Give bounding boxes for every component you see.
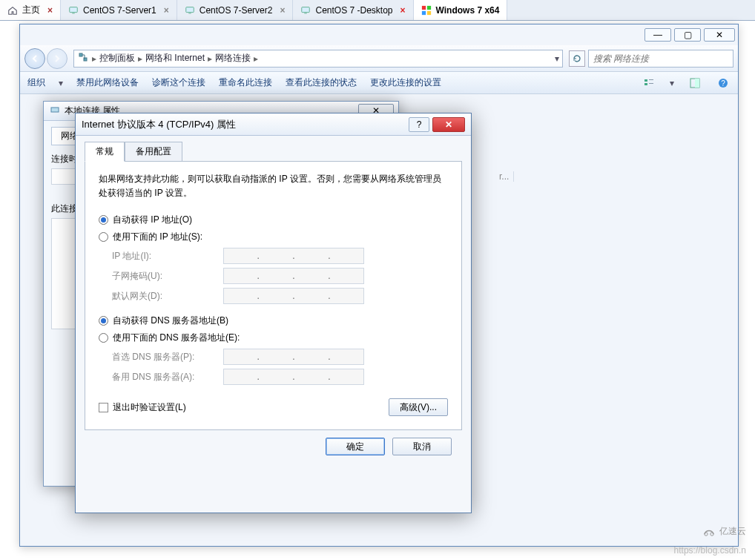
- address-bar[interactable]: ▸ 控制面板 ▸ 网络和 Internet ▸ 网络连接 ▸ ▾: [73, 50, 563, 67]
- label-mask: 子网掩码(U):: [112, 270, 223, 283]
- monitor-icon: [68, 5, 79, 16]
- tab-strip: 常规 备用配置: [85, 142, 462, 162]
- tab-desktop[interactable]: CentOS 7 -Desktop ×: [293, 0, 413, 20]
- svg-rect-0: [70, 7, 78, 12]
- dropdown-icon[interactable]: ▾: [555, 53, 559, 64]
- tab-panel-general: 如果网络支持此功能，则可以获取自动指派的 IP 设置。否则，您需要从网络系统管理…: [85, 161, 462, 430]
- tab-home-label: 主页: [22, 4, 40, 16]
- checkbox-validate-label: 退出时验证设置(L): [113, 401, 186, 414]
- svg-rect-15: [649, 83, 653, 84]
- input-gateway: ...: [223, 288, 364, 304]
- help-button[interactable]: ?: [409, 117, 429, 132]
- view-icon[interactable]: [642, 76, 656, 90]
- back-button[interactable]: [24, 48, 45, 69]
- svg-rect-9: [426, 10, 430, 14]
- svg-rect-2: [186, 7, 194, 12]
- brand-logo: 亿速云: [702, 525, 746, 538]
- radio-icon: [99, 316, 108, 326]
- description-text: 如果网络支持此功能，则可以获取自动指派的 IP 设置。否则，您需要从网络系统管理…: [99, 172, 448, 200]
- tab-alternate[interactable]: 备用配置: [125, 142, 182, 162]
- tab-server1[interactable]: CentOS 7-Server1 ×: [61, 0, 177, 20]
- tab-windows7[interactable]: Windows 7 x64: [414, 0, 508, 20]
- crumb-control-panel[interactable]: 控制面板: [99, 52, 135, 65]
- radio-icon: [99, 215, 108, 225]
- svg-rect-6: [421, 5, 425, 9]
- svg-rect-7: [426, 5, 430, 9]
- input-dns1: ...: [223, 349, 364, 365]
- radio-auto-dns[interactable]: 自动获得 DNS 服务器地址(B): [99, 314, 448, 327]
- forward-button[interactable]: [47, 48, 67, 69]
- explorer-nav: ▸ 控制面板 ▸ 网络和 Internet ▸ 网络连接 ▸ ▾: [20, 45, 738, 72]
- radio-manual-dns[interactable]: 使用下面的 DNS 服务器地址(E):: [99, 332, 448, 344]
- monitor-icon: [185, 5, 195, 16]
- toolbar-status[interactable]: 查看此连接的状态: [286, 76, 357, 89]
- vm-tab-strip: 主页 × CentOS 7-Server1 × CentOS 7-Server2…: [0, 0, 755, 21]
- monitor-icon: [300, 5, 311, 16]
- search-input[interactable]: [589, 53, 733, 64]
- chevron-right-icon: ▸: [92, 53, 96, 64]
- svg-rect-5: [305, 13, 308, 13]
- radio-auto-ip-label: 自动获得 IP 地址(O): [113, 214, 192, 226]
- radio-auto-ip[interactable]: 自动获得 IP 地址(O): [99, 214, 448, 226]
- advanced-button[interactable]: 高级(V)...: [389, 398, 448, 416]
- chevron-right-icon: ▸: [208, 53, 212, 64]
- maximize-button[interactable]: ▢: [674, 28, 701, 42]
- close-icon[interactable]: ×: [280, 5, 285, 16]
- svg-rect-10: [79, 53, 82, 56]
- radio-manual-ip[interactable]: 使用下面的 IP 地址(S):: [99, 231, 448, 243]
- svg-rect-1: [72, 13, 75, 13]
- explorer-toolbar: 组织▾ 禁用此网络设备 诊断这个连接 重命名此连接 查看此连接的状态 更改此连接…: [20, 72, 738, 94]
- svg-rect-8: [421, 10, 425, 14]
- checkbox-validate[interactable]: 退出时验证设置(L): [99, 401, 186, 414]
- toolbar-diagnose[interactable]: 诊断这个连接: [152, 76, 205, 89]
- close-icon[interactable]: ×: [164, 5, 169, 16]
- help-icon[interactable]: ?: [716, 76, 731, 90]
- toolbar-change[interactable]: 更改此连接的设置: [370, 76, 441, 89]
- tab-home[interactable]: 主页 ×: [0, 0, 61, 20]
- tab-desktop-label: CentOS 7 -Desktop: [315, 5, 392, 16]
- svg-rect-3: [188, 13, 191, 13]
- tab-server1-label: CentOS 7-Server1: [83, 5, 156, 16]
- radio-auto-dns-label: 自动获得 DNS 服务器地址(B): [113, 314, 228, 327]
- radio-icon: [99, 333, 108, 343]
- svg-text:?: ?: [721, 79, 725, 88]
- details-fragment: r...: [499, 171, 514, 182]
- windows-icon: [421, 5, 432, 16]
- toolbar-organize[interactable]: 组织: [27, 76, 45, 89]
- toolbar-disable[interactable]: 禁用此网络设备: [76, 76, 139, 89]
- checkbox-icon: [99, 403, 108, 412]
- close-button[interactable]: ✕: [704, 28, 735, 42]
- cancel-button[interactable]: 取消: [392, 438, 452, 455]
- close-icon[interactable]: ×: [400, 5, 406, 16]
- home-icon: [7, 5, 18, 16]
- label-gateway: 默认网关(D):: [112, 290, 223, 303]
- watermark-text: https://blog.csdn.n: [674, 545, 746, 556]
- crumb-network-internet[interactable]: 网络和 Internet: [145, 52, 205, 65]
- tcpipv4-properties-dialog: Internet 协议版本 4 (TCP/IPv4) 属性 ? ✕ 常规 备用配…: [75, 113, 472, 513]
- label-ip: IP 地址(I):: [112, 250, 223, 263]
- refresh-button[interactable]: [569, 50, 585, 67]
- preview-icon[interactable]: [688, 76, 702, 90]
- close-icon[interactable]: ×: [47, 5, 53, 16]
- radio-manual-dns-label: 使用下面的 DNS 服务器地址(E):: [113, 332, 240, 344]
- ok-button[interactable]: 确定: [326, 438, 385, 455]
- tab-general[interactable]: 常规: [85, 142, 125, 162]
- close-button[interactable]: ✕: [432, 117, 465, 132]
- label-dns1: 首选 DNS 服务器(P):: [112, 351, 223, 363]
- search-box[interactable]: [588, 50, 733, 67]
- dialog-titlebar[interactable]: Internet 协议版本 4 (TCP/IPv4) 属性 ? ✕: [76, 113, 471, 136]
- input-ip: ...: [223, 248, 364, 264]
- svg-rect-14: [649, 79, 653, 80]
- chevron-right-icon: ▸: [254, 53, 258, 64]
- toolbar-rename[interactable]: 重命名此连接: [219, 76, 272, 89]
- tab-server2[interactable]: CentOS 7-Server2 ×: [177, 0, 294, 20]
- minimize-button[interactable]: —: [644, 28, 671, 42]
- input-dns2: ...: [223, 369, 364, 385]
- tab-server2-label: CentOS 7-Server2: [200, 5, 273, 16]
- svg-rect-4: [302, 7, 310, 12]
- crumb-network-connections[interactable]: 网络连接: [215, 52, 251, 65]
- explorer-titlebar: — ▢ ✕: [20, 24, 738, 45]
- svg-rect-12: [644, 79, 647, 82]
- svg-rect-20: [51, 108, 59, 112]
- tab-windows7-label: Windows 7 x64: [436, 5, 500, 16]
